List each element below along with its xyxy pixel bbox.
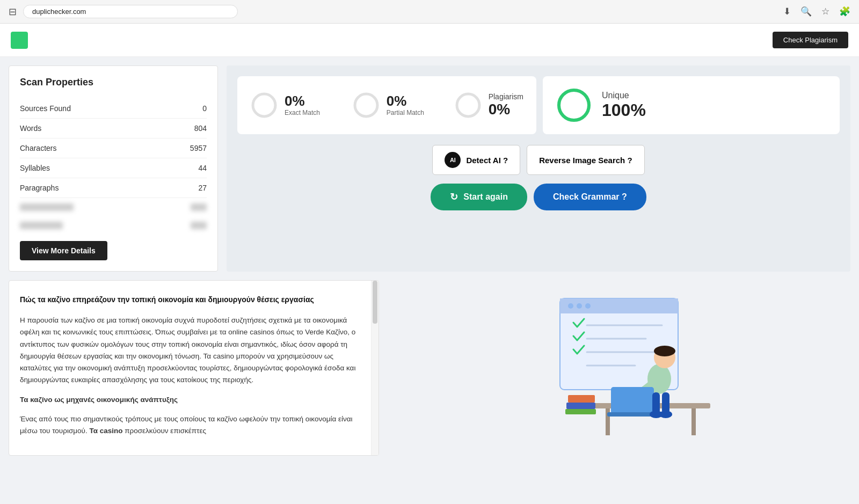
exact-match-gauge bbox=[250, 91, 278, 119]
svg-point-2 bbox=[355, 94, 377, 116]
article-title: Πώς τα καζίνο επηρεάζουν την τοπική οικο… bbox=[20, 294, 357, 306]
blurred-row-2 bbox=[20, 216, 207, 235]
sources-found-value: 0 bbox=[202, 104, 207, 113]
exact-match-block: 0% Exact Match bbox=[250, 85, 341, 126]
article-content: Πώς τα καζίνο επηρεάζουν την τοπική οικο… bbox=[20, 294, 368, 437]
partial-match-label: Partial Match bbox=[387, 109, 424, 116]
syllables-value: 44 bbox=[198, 164, 207, 172]
detect-ai-label: Detect AI ? bbox=[466, 156, 508, 165]
check-plagiarism-button[interactable]: Check Plagiarism bbox=[773, 32, 848, 48]
svg-point-3 bbox=[457, 94, 479, 116]
download-icon[interactable]: ⬇ bbox=[783, 6, 791, 17]
plagiarism-gauge bbox=[454, 91, 482, 119]
star-icon[interactable]: ☆ bbox=[821, 6, 829, 17]
browser-tabs-icon: ⊟ bbox=[9, 6, 17, 18]
svg-rect-26 bbox=[566, 403, 595, 409]
action-row-1: AI Detect AI ? Reverse Image Search ? bbox=[432, 145, 644, 175]
unique-info: Unique 100% bbox=[602, 91, 646, 120]
view-more-details-button[interactable]: View More Details bbox=[20, 241, 107, 260]
sources-found-row: Sources Found 0 bbox=[20, 99, 207, 119]
svg-rect-27 bbox=[565, 409, 596, 414]
unique-pct: 100% bbox=[602, 100, 646, 120]
detect-ai-button[interactable]: AI Detect AI ? bbox=[432, 145, 520, 175]
partial-match-pct: 0% bbox=[387, 94, 424, 108]
svg-point-31 bbox=[659, 411, 672, 418]
plagiarism-pct: 0% bbox=[489, 101, 523, 118]
article-subtitle: Τα καζίνο ως μηχανές οικονομικής ανάπτυξ… bbox=[20, 394, 357, 406]
scrollbar-thumb[interactable] bbox=[373, 281, 377, 324]
article-paragraph-1: Η παρουσία των καζίνο σε μια τοπική οικο… bbox=[20, 315, 357, 386]
syllables-label: Syllables bbox=[20, 164, 50, 172]
blurred-value-1 bbox=[191, 203, 207, 211]
paragraphs-value: 27 bbox=[198, 184, 207, 192]
blurred-label-1 bbox=[20, 203, 74, 211]
bottom-container: Πώς τα καζίνο επηρεάζουν την τοπική οικο… bbox=[0, 280, 859, 464]
results-panel: 0% Exact Match 0% Partial Match bbox=[227, 65, 850, 272]
svg-rect-17 bbox=[691, 408, 696, 435]
illustration-panel bbox=[388, 280, 850, 456]
article-paragraph-2: Ένας από τους πιο σημαντικούς τρόπους με… bbox=[20, 413, 357, 437]
svg-point-0 bbox=[253, 94, 275, 116]
svg-point-5 bbox=[559, 90, 589, 120]
words-row: Words 804 bbox=[20, 119, 207, 138]
scrollbar[interactable] bbox=[371, 281, 378, 455]
svg-point-8 bbox=[568, 303, 573, 309]
browser-actions: ⬇ 🔍 ☆ 🧩 bbox=[783, 6, 850, 17]
browser-url[interactable]: duplichecker.com bbox=[23, 5, 238, 18]
exact-match-pct: 0% bbox=[285, 94, 320, 108]
paragraphs-label: Paragraphs bbox=[20, 184, 59, 192]
syllables-row: Syllables 44 bbox=[20, 158, 207, 178]
reverse-image-search-button[interactable]: Reverse Image Search ? bbox=[527, 145, 644, 175]
paragraphs-row: Paragraphs 27 bbox=[20, 178, 207, 198]
characters-value: 5957 bbox=[190, 144, 207, 152]
ai-icon: AI bbox=[445, 152, 461, 168]
partial-match-info: 0% Partial Match bbox=[387, 94, 424, 116]
sources-found-label: Sources Found bbox=[20, 104, 71, 113]
browser-bar: ⊟ duplichecker.com ⬇ 🔍 ☆ 🧩 bbox=[0, 0, 859, 24]
svg-rect-25 bbox=[568, 395, 595, 403]
start-again-button[interactable]: ↻ Start again bbox=[431, 184, 527, 210]
extensions-icon[interactable]: 🧩 bbox=[839, 6, 850, 17]
svg-point-10 bbox=[585, 303, 591, 309]
search-icon[interactable]: 🔍 bbox=[800, 6, 812, 17]
blurred-row-1 bbox=[20, 198, 207, 216]
svg-point-9 bbox=[577, 303, 582, 309]
characters-row: Characters 5957 bbox=[20, 138, 207, 158]
characters-label: Characters bbox=[20, 144, 56, 152]
score-row: 0% Exact Match 0% Partial Match bbox=[237, 76, 840, 134]
plagiarism-title: Plagiarism bbox=[489, 92, 523, 101]
exact-match-info: 0% Exact Match bbox=[285, 94, 320, 116]
blurred-value-2 bbox=[191, 222, 207, 229]
partial-match-block: 0% Partial Match bbox=[352, 85, 443, 126]
unique-title: Unique bbox=[602, 91, 646, 100]
illustration bbox=[528, 288, 710, 449]
main-scores-card: 0% Exact Match 0% Partial Match bbox=[237, 76, 536, 134]
svg-rect-23 bbox=[611, 387, 654, 414]
partial-match-gauge bbox=[352, 91, 380, 119]
action-row-2: ↻ Start again Check Grammar ? bbox=[431, 184, 646, 210]
logo bbox=[11, 32, 28, 49]
main-container: Scan Properties Sources Found 0 Words 80… bbox=[0, 57, 859, 280]
top-bar: Check Plagiarism bbox=[0, 24, 859, 57]
plagiarism-block: Plagiarism 0% bbox=[454, 85, 523, 126]
unique-card: Unique 100% bbox=[543, 76, 840, 134]
article-text-panel: Πώς τα καζίνο επηρεάζουν την τοπική οικο… bbox=[9, 280, 379, 456]
svg-point-20 bbox=[654, 346, 675, 356]
unique-gauge bbox=[555, 86, 593, 125]
start-again-label: Start again bbox=[463, 192, 508, 202]
scan-properties-panel: Scan Properties Sources Found 0 Words 80… bbox=[9, 65, 218, 272]
plagiarism-info: Plagiarism 0% bbox=[489, 92, 523, 118]
exact-match-label: Exact Match bbox=[285, 109, 320, 116]
words-label: Words bbox=[20, 124, 41, 133]
words-value: 804 bbox=[194, 124, 207, 133]
check-grammar-button[interactable]: Check Grammar ? bbox=[534, 184, 646, 210]
scan-properties-title: Scan Properties bbox=[20, 77, 207, 88]
refresh-icon: ↻ bbox=[450, 191, 458, 203]
blurred-label-2 bbox=[20, 222, 63, 229]
